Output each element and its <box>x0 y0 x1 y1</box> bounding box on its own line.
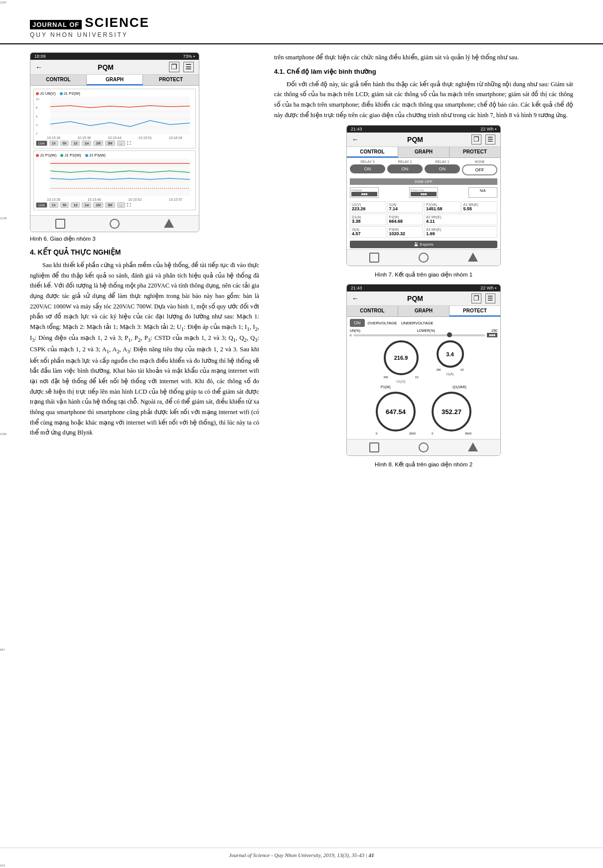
right-continuation: trên smartphone để thực hiện các chức nă… <box>274 52 573 63</box>
phone8-gauge3-value: 647.54 <box>386 408 406 416</box>
phone7-back-btn[interactable] <box>419 253 429 263</box>
page-footer: Journal of Science - Quy Nhon University… <box>0 848 603 858</box>
phone6-btn-1m[interactable]: 1M <box>93 141 103 146</box>
phone6-btn2-3m[interactable]: 3M <box>105 202 115 208</box>
subsection41-body: Đối với chế độ này, tác giả tiến hành th… <box>274 79 573 121</box>
phone7-relay3-btn[interactable]: ON <box>350 164 385 173</box>
phone7-menu-icon[interactable]: ☰ <box>485 135 495 145</box>
phone7-back-icon[interactable]: ← <box>352 136 359 144</box>
phone6-tab-control[interactable]: CONTROL <box>30 75 87 85</box>
phone6-btn-more[interactable]: ... <box>117 141 125 146</box>
phone8-menu-icon[interactable]: ☰ <box>485 293 495 303</box>
phone8-p1-unit-label: P1(W) <box>381 385 391 389</box>
phone7-tab-control[interactable]: CONTROL <box>347 147 398 157</box>
phone8-gauge4-circle: 352.27 <box>432 392 471 432</box>
phone8-gauge3-min: 0 <box>376 432 377 435</box>
phone7-p2-cell: P2(W) 664.68 <box>387 214 424 225</box>
phone8-slider-min: 0 <box>350 334 351 337</box>
phone6-back-icon[interactable]: ← <box>35 63 42 71</box>
phone6-status-bar: 18:09 73% ▪ <box>30 53 199 60</box>
phone7-none-btn[interactable]: OFF <box>462 164 497 175</box>
phone6-btn-1h[interactable]: 1h <box>49 141 58 146</box>
phone7-pin-label3: N/A <box>468 187 497 198</box>
phone6-btn2-live[interactable]: Live <box>36 202 47 208</box>
phone6-home-icon[interactable] <box>55 219 65 229</box>
phone7-relay1-btn[interactable]: ON <box>425 164 460 173</box>
phone8-slider-track[interactable] <box>353 334 485 336</box>
phone7-dsm: DSM OFF <box>350 178 497 185</box>
phone8-tab-graph[interactable]: GRAPH <box>398 306 450 316</box>
footer-year: 2019, <box>323 852 336 858</box>
phone6-legend2-label: J1 P2(W) <box>64 91 80 96</box>
phone6-nav-icons: ❐ ☰ <box>169 62 194 72</box>
phone6-back-btn[interactable] <box>110 219 120 229</box>
phone6-share-icon[interactable]: ❐ <box>169 62 179 72</box>
phone8-gauge3-max: 2000 <box>409 432 416 435</box>
phone6-graph2-canvas <box>47 158 193 198</box>
svg-rect-0 <box>50 97 190 134</box>
phone7-relay1: RELAY 1 ON <box>425 160 460 175</box>
journal-of-label: JOURNAL OF <box>30 20 82 29</box>
phone6-btn2-1d[interactable]: 1d <box>71 202 80 208</box>
phone8-un-label: UN(%) <box>350 329 360 332</box>
subsection41-heading: 4.1. Chế độ làm việc bình thường <box>274 68 573 75</box>
phone6-btn-6h[interactable]: 6h <box>60 141 69 146</box>
phone7-bottom-nav <box>347 249 500 266</box>
phone7-relay2-btn[interactable]: ON <box>387 164 423 173</box>
phone8-gauge4: 352.27 0 3000 <box>432 392 471 435</box>
science-label: SCIENCE <box>85 15 150 30</box>
phone6-btn-live[interactable]: Live <box>36 141 47 146</box>
phone6-btn-1d[interactable]: 1d <box>71 141 80 146</box>
phone7-tab-protect[interactable]: PROTECT <box>450 147 500 157</box>
figure7-caption-text: Hình 7. Kết quả trên giao diện nhóm 1 <box>375 272 472 278</box>
phone8-tab-protect[interactable]: PROTECT <box>450 306 500 316</box>
figure8-phone: 21:43 22 Wh ▪ ← PQM ❐ ☰ CONTROL <box>346 284 501 456</box>
phone7-data-grid: U1(V) 223.26 I1(A) 7.14 P1(VA) 1451.58 <box>347 199 500 240</box>
phone7-a2-cell: A2 Wh(E) 4.11 <box>424 214 497 225</box>
phone6-btn2-1h[interactable]: 1h <box>49 202 58 208</box>
phone6-menu-icon[interactable]: ☰ <box>183 62 194 72</box>
phone7-exports-btn[interactable]: 💾 Exports <box>350 241 497 248</box>
phone6-btn-3m[interactable]: 3M <box>105 141 115 146</box>
phone8-slider-thumb[interactable] <box>447 332 452 337</box>
figure6-phone: 18:09 73% ▪ ← PQM ❐ ☰ CONTROL GRAPH PROT <box>30 52 199 232</box>
phone8-gauge2-range: 2W 10 <box>437 368 464 371</box>
phone7-home-icon[interactable] <box>369 253 379 263</box>
phone8-back-btn[interactable] <box>419 442 429 452</box>
phone6-fullscreen-icon[interactable]: ⛶ <box>127 141 131 145</box>
phone8-tab-control[interactable]: CONTROL <box>347 306 398 316</box>
figure7-phone: 21:43 22 Wh ▪ ← PQM ❐ ☰ CONTROL <box>346 125 501 266</box>
phone7-triangle-icon[interactable] <box>468 253 478 262</box>
footer-text: Journal of Science - Quy Nhon University… <box>229 852 374 858</box>
phone7-tab-bar: CONTROL GRAPH PROTECT <box>347 147 500 158</box>
phone6-tab-protect[interactable]: PROTECT <box>143 75 199 85</box>
phone6-legend4: J1 P2(W) <box>60 153 81 157</box>
phone8-home-icon[interactable] <box>369 442 379 452</box>
phone7-none: NONE OFF <box>462 160 497 175</box>
phone7-none-label: NONE <box>462 160 497 163</box>
phone8-gauge1-min: 2W <box>384 376 388 379</box>
phone6-triangle-icon[interactable] <box>164 219 174 228</box>
phone6-btn2-more[interactable]: ... <box>117 202 125 208</box>
phone6-btn2-1m[interactable]: 1M <box>93 202 103 208</box>
phone6-fullscreen2-icon[interactable]: ⛶ <box>127 203 131 207</box>
phone8-back-icon[interactable]: ← <box>352 294 359 302</box>
phone7-share-icon[interactable]: ❐ <box>471 135 481 145</box>
phone6-legend3: J1 P1(W) <box>36 153 56 157</box>
phone6-btn2-1w[interactable]: 1w <box>82 202 91 208</box>
phone6-btn2-6h[interactable]: 6h <box>60 202 69 208</box>
phone8-gauge1-label: U1(V) <box>384 380 419 383</box>
phone7-tab-graph[interactable]: GRAPH <box>398 147 450 157</box>
phone6-btn-1w[interactable]: 1w <box>82 141 91 146</box>
phone7-a1-cell: A1 Wh(E) 5.55 <box>461 201 498 213</box>
phone7-nav-icons: ❐ ☰ <box>471 135 495 145</box>
phone8-time: 21:43 <box>351 286 362 290</box>
phone8-on-btn[interactable]: ON <box>350 319 365 327</box>
phone7-a3-cell: A3 Wh(E) 1.69 <box>424 226 497 238</box>
phone6-tab-graph[interactable]: GRAPH <box>87 75 143 85</box>
phone8-triangle-icon[interactable] <box>468 442 478 451</box>
phone6-x2-axis: 10:15:3510:15:4610:15:5210:15:57 <box>36 198 193 201</box>
phone6-nav: ← PQM ❐ ☰ <box>30 60 199 75</box>
phone6-legend5-label: J1 P3(W) <box>89 153 106 157</box>
phone8-share-icon[interactable]: ❐ <box>471 293 481 303</box>
